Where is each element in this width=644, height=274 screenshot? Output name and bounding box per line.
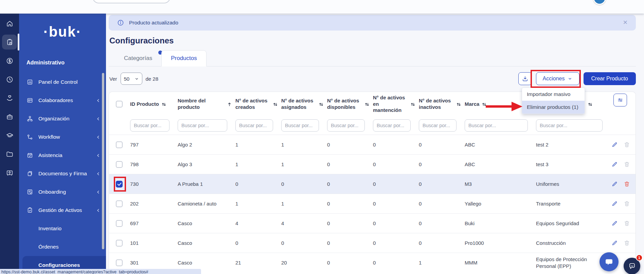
filter-cell (465, 119, 536, 132)
column-header-id-producto[interactable]: ID Producto (130, 101, 178, 107)
rail-item-folder[interactable] (2, 146, 17, 161)
filter-input-8[interactable] (536, 119, 603, 132)
sidebar-item-organizaci-n[interactable]: Organización (19, 110, 106, 128)
filter-input-3[interactable] (281, 119, 319, 132)
menu-item-importador-masivo[interactable]: Importador masivo (522, 88, 585, 101)
row-checkbox[interactable] (116, 181, 123, 188)
sidebar-item-workflow[interactable]: Workflow (19, 128, 106, 146)
filter-input-4[interactable] (327, 119, 365, 132)
tab-productos[interactable]: Productos (161, 50, 207, 66)
row-checkbox[interactable] (116, 141, 123, 148)
delete-icon[interactable] (624, 200, 630, 207)
acciones-button[interactable]: Acciones (536, 72, 579, 85)
rail-item-dollar[interactable] (2, 53, 17, 68)
filter-input-6[interactable] (419, 119, 457, 132)
cell-value: Pro1000 (465, 240, 484, 246)
edit-icon[interactable] (611, 240, 618, 246)
rail-item-clock[interactable] (2, 72, 17, 87)
delete-icon[interactable] (624, 141, 630, 148)
cell-asignados: 1 (281, 141, 327, 148)
cell-nombre: Casco (178, 220, 235, 227)
sort-both-icon (319, 102, 324, 107)
page-size-select[interactable]: 50 (121, 73, 142, 85)
delete-icon[interactable] (624, 161, 630, 168)
cell-marca: Yallego (465, 200, 536, 207)
sidebar-item-onboarding[interactable]: Onboarding (19, 183, 106, 201)
cell-value: 1 (281, 142, 284, 148)
edit-icon[interactable] (611, 181, 618, 187)
sidebar-subitem-inventario[interactable]: Inventario (19, 219, 106, 238)
sidebar-item-colaboradores[interactable]: Colaboradores (19, 91, 106, 110)
filter-input-2[interactable] (235, 119, 273, 132)
filter-input-1[interactable] (178, 119, 227, 132)
cell-value: 1 (235, 161, 238, 167)
delete-icon[interactable] (624, 181, 630, 187)
rail-item-home[interactable] (2, 16, 17, 31)
select-all-checkbox[interactable] (116, 101, 123, 107)
total-label: de 28 (146, 76, 159, 82)
row-checkbox[interactable] (116, 259, 123, 266)
row-checkbox[interactable] (116, 240, 123, 247)
edit-icon[interactable] (611, 161, 618, 168)
rail-item-graduation[interactable] (2, 128, 17, 143)
sidebar-subitem--rdenes[interactable]: Órdenes (19, 238, 106, 256)
row-checkbox[interactable] (116, 200, 123, 207)
row-actions-cell (611, 240, 636, 246)
delete-icon[interactable] (624, 240, 630, 246)
cell-value: Equipos de Protección Personal (EPP) (536, 256, 587, 269)
sidebar-item-label: Colaboradores (38, 97, 73, 103)
column-label: N° de activos asignados (281, 98, 316, 111)
cell-categoria: test 3 (536, 161, 611, 168)
edit-icon[interactable] (611, 220, 618, 227)
sidebar-item-documentos-y-firma[interactable]: Documentos y Firma (19, 164, 106, 183)
column-label: Marca (465, 101, 479, 107)
column-header-n°-de-activos-disponibles[interactable]: N° de activos disponibles (327, 98, 373, 111)
rail-item-briefcase[interactable] (2, 109, 17, 124)
column-settings-button[interactable] (613, 94, 627, 106)
hand-heart-icon (6, 94, 14, 102)
cell-disponibles: 0 (327, 240, 373, 247)
sort-both-icon (273, 102, 278, 107)
column-header-n°-de-activos-en-mantenci-n[interactable]: N° de activos en mantención (373, 95, 419, 114)
row-checkbox[interactable] (116, 161, 123, 168)
chat-launcher-button[interactable] (600, 252, 619, 271)
rail-item-hand-heart[interactable] (2, 91, 17, 105)
cell-value: 4 (281, 220, 284, 226)
sidebar-item-panel-de-control[interactable]: Panel de Control (19, 73, 106, 91)
column-header-n°-de-activos-inactivos[interactable]: N° de activos inactivos (419, 98, 465, 111)
column-label: Nombre del producto (178, 98, 225, 111)
filter-input-5[interactable] (373, 119, 411, 132)
crear-producto-button[interactable]: Crear Producto (584, 72, 636, 85)
search-bar[interactable] (92, 0, 171, 3)
cell-marca: ABC (465, 141, 536, 148)
download-button[interactable] (518, 72, 532, 85)
edit-icon[interactable] (611, 141, 618, 148)
filter-cell (419, 119, 465, 132)
row-checkbox[interactable] (116, 220, 123, 227)
sidebar-item-asistencia[interactable]: Asistencia (19, 146, 106, 164)
filter-input-7[interactable] (465, 119, 528, 132)
row-actions-cell (611, 181, 636, 187)
user-avatar[interactable] (593, 0, 606, 5)
edit-icon[interactable] (611, 200, 618, 207)
column-header-n°-de-activos-asignados[interactable]: N° de activos asignados (281, 98, 327, 111)
cell-id: 797 (130, 141, 178, 148)
cell-mantencion: 0 (373, 161, 419, 168)
tab-categorías[interactable]: Categorías (115, 50, 161, 66)
rail-item-clipboard-clock[interactable] (2, 35, 17, 50)
column-header-n°-de-activos-creados[interactable]: N° de activos creados (235, 98, 281, 111)
delete-icon[interactable] (624, 220, 630, 227)
sidebar-item-label: Panel de Control (38, 79, 77, 85)
cell-categoria: Transporte (536, 200, 611, 207)
sidebar-scrollbar[interactable] (102, 73, 104, 249)
menu-item-eliminar-productos-1-[interactable]: Eliminar productos (1) (522, 101, 585, 114)
rail-item-cabinet[interactable] (2, 165, 17, 180)
close-icon[interactable]: ✕ (623, 19, 628, 26)
org-icon (26, 115, 33, 122)
toolbar: Ver 50 de 28 Acciones Crear Producto (109, 72, 636, 85)
cell-value: 0 (327, 260, 330, 266)
filter-input-0[interactable] (130, 119, 169, 132)
column-header-nombre-del-producto[interactable]: Nombre del producto (178, 98, 235, 111)
sidebar-item-gesti-n-de-activos[interactable]: Gestión de Activos (19, 201, 106, 219)
sort-both-icon (410, 102, 415, 107)
